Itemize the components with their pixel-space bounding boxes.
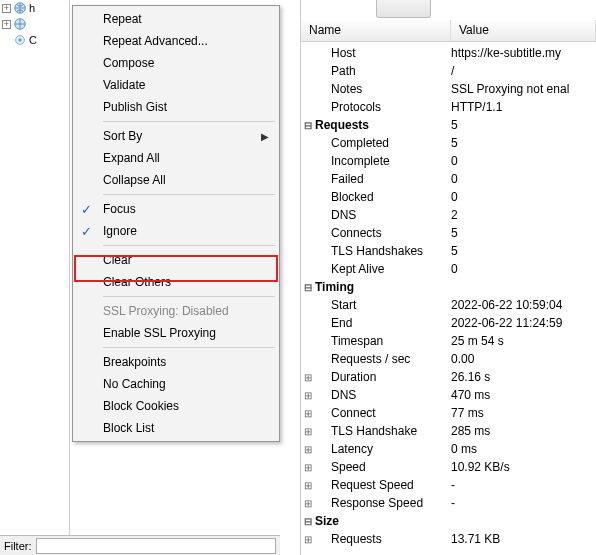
property-row[interactable]: Duration26.16 s — [301, 368, 596, 386]
collapse-icon[interactable] — [301, 282, 315, 293]
plus-icon[interactable]: + — [2, 20, 11, 29]
menu-repeat-advanced[interactable]: Repeat Advanced... — [75, 30, 277, 52]
menu-block-list[interactable]: Block List — [75, 417, 277, 439]
menu-clear-others[interactable]: Clear Others — [75, 271, 277, 293]
expand-icon[interactable] — [301, 408, 315, 419]
tree-item[interactable]: + — [0, 16, 69, 32]
property-value: 5 — [451, 118, 596, 132]
property-value: 10.92 KB/s — [451, 460, 596, 474]
property-row[interactable]: Timing — [301, 278, 596, 296]
tree-item[interactable]: + h — [0, 0, 69, 16]
menu-sort-by[interactable]: Sort By▶ — [75, 125, 277, 147]
property-row[interactable]: DNS2 — [301, 206, 596, 224]
property-row[interactable]: TLS Handshake285 ms — [301, 422, 596, 440]
expand-icon[interactable] — [301, 480, 315, 491]
property-body[interactable]: Hosthttps://ke-subtitle.myPath/NotesSSL … — [301, 42, 596, 548]
property-row[interactable]: Connect77 ms — [301, 404, 596, 422]
property-row[interactable]: Completed5 — [301, 134, 596, 152]
property-row[interactable]: Start2022-06-22 10:59:04 — [301, 296, 596, 314]
property-value: 285 ms — [451, 424, 596, 438]
menu-separator — [103, 121, 275, 122]
property-name: Size — [301, 514, 451, 528]
property-row[interactable]: NotesSSL Proxying not enal — [301, 80, 596, 98]
menu-validate[interactable]: Validate — [75, 74, 277, 96]
property-value: 0 ms — [451, 442, 596, 456]
property-value: 13.71 KB — [451, 532, 596, 546]
property-name: Requests / sec — [301, 352, 451, 366]
menu-clear[interactable]: Clear — [75, 249, 277, 271]
property-value: 0 — [451, 262, 596, 276]
menu-ignore[interactable]: ✓Ignore — [75, 220, 277, 242]
expand-icon[interactable] — [301, 426, 315, 437]
chevron-right-icon: ▶ — [261, 131, 269, 142]
property-value: HTTP/1.1 — [451, 100, 596, 114]
property-row[interactable]: ProtocolsHTTP/1.1 — [301, 98, 596, 116]
filter-input[interactable] — [36, 538, 277, 554]
collapse-icon[interactable] — [301, 516, 315, 527]
property-row[interactable]: Kept Alive0 — [301, 260, 596, 278]
menu-expand-all[interactable]: Expand All — [75, 147, 277, 169]
globe-icon — [13, 1, 27, 15]
property-name: Connect — [301, 406, 451, 420]
expand-icon[interactable] — [301, 372, 315, 383]
menu-enable-ssl[interactable]: Enable SSL Proxying — [75, 322, 277, 344]
property-row[interactable]: Request Speed- — [301, 476, 596, 494]
property-name: Connects — [301, 226, 451, 240]
menu-block-cookies[interactable]: Block Cookies — [75, 395, 277, 417]
property-value: 0.00 — [451, 352, 596, 366]
property-row[interactable]: DNS470 ms — [301, 386, 596, 404]
tree-item[interactable]: C — [0, 32, 69, 48]
plus-icon[interactable]: + — [2, 4, 11, 13]
property-row[interactable]: Failed0 — [301, 170, 596, 188]
property-name: DNS — [301, 388, 451, 402]
property-row[interactable]: Connects5 — [301, 224, 596, 242]
menu-no-caching[interactable]: No Caching — [75, 373, 277, 395]
property-row[interactable]: Timespan25 m 54 s — [301, 332, 596, 350]
menu-focus[interactable]: ✓Focus — [75, 198, 277, 220]
property-row[interactable]: Blocked0 — [301, 188, 596, 206]
property-row[interactable]: TLS Handshakes5 — [301, 242, 596, 260]
property-row[interactable]: Response Speed- — [301, 494, 596, 512]
property-row[interactable]: Requests13.71 KB — [301, 530, 596, 548]
menu-repeat[interactable]: Repeat — [75, 8, 277, 30]
property-value: https://ke-subtitle.my — [451, 46, 596, 60]
svg-point-3 — [18, 38, 22, 42]
property-row[interactable]: Path/ — [301, 62, 596, 80]
menu-collapse-all[interactable]: Collapse All — [75, 169, 277, 191]
tab-stub[interactable] — [376, 0, 431, 18]
col-header-name[interactable]: Name — [301, 20, 451, 41]
property-row[interactable]: Incomplete0 — [301, 152, 596, 170]
property-row[interactable]: Requests5 — [301, 116, 596, 134]
expand-icon[interactable] — [301, 390, 315, 401]
expand-icon[interactable] — [301, 444, 315, 455]
menu-publish-gist[interactable]: Publish Gist — [75, 96, 277, 118]
menu-compose[interactable]: Compose — [75, 52, 277, 74]
expand-icon[interactable] — [301, 498, 315, 509]
property-row[interactable]: Latency0 ms — [301, 440, 596, 458]
sidebar-tree[interactable]: + h + C — [0, 0, 70, 555]
property-value: 26.16 s — [451, 370, 596, 384]
property-name: Requests — [301, 118, 451, 132]
menu-breakpoints[interactable]: Breakpoints — [75, 351, 277, 373]
property-row[interactable]: Speed10.92 KB/s — [301, 458, 596, 476]
property-row[interactable]: End2022-06-22 11:24:59 — [301, 314, 596, 332]
expand-icon[interactable] — [301, 534, 315, 545]
property-name: Failed — [301, 172, 451, 186]
gear-icon — [13, 33, 27, 47]
property-row[interactable]: Requests / sec0.00 — [301, 350, 596, 368]
property-name: DNS — [301, 208, 451, 222]
property-row[interactable]: Size — [301, 512, 596, 530]
expand-icon[interactable] — [301, 462, 315, 473]
property-name: Latency — [301, 442, 451, 456]
property-row[interactable]: Hosthttps://ke-subtitle.my — [301, 44, 596, 62]
property-name: Protocols — [301, 100, 451, 114]
filter-label: Filter: — [4, 540, 32, 552]
col-header-value[interactable]: Value — [451, 20, 596, 41]
property-name: Kept Alive — [301, 262, 451, 276]
property-name: Speed — [301, 460, 451, 474]
property-name: End — [301, 316, 451, 330]
property-value: SSL Proxying not enal — [451, 82, 596, 96]
property-pane: Name Value Hosthttps://ke-subtitle.myPat… — [300, 0, 596, 555]
property-value: 0 — [451, 190, 596, 204]
collapse-icon[interactable] — [301, 120, 315, 131]
